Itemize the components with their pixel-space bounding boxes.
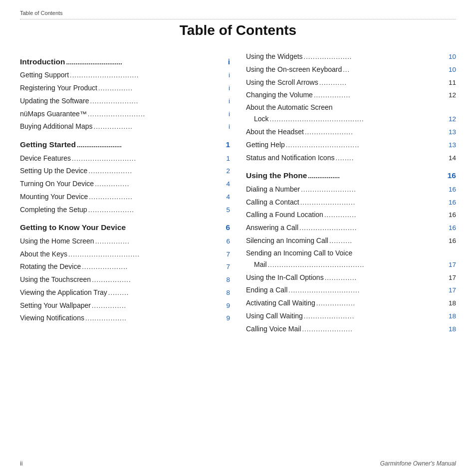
toc-ending-call: Ending a Call ..........................… [246,284,456,297]
footer: ii Garminfone Owner's Manual [20,460,456,467]
toc-answering: Answering a Call .......................… [246,222,456,235]
toc-widgets: Using the Widgets ..................... … [246,50,456,63]
toc-setting-up: Setting Up the Device ..................… [20,165,230,178]
right-column: Using the Widgets ..................... … [246,50,456,335]
footer-title: Garminfone Owner's Manual [380,460,456,467]
main-title: Table of Contents [20,22,456,38]
toc-rotating: Rotating the Device ....................… [20,260,230,273]
toc-getting-support: Getting Support ........................… [20,69,230,82]
two-column-layout: Introduction ...........................… [20,50,456,335]
toc-status-icons: Status and Notification Icons ........ 1… [246,152,456,165]
toc-registering: Registering Your Product ...............… [20,82,230,95]
toc-dialing: Dialing a Number .......................… [246,183,456,196]
toc-getting-help: Getting Help ...........................… [246,139,456,152]
toc-touchscreen: Using the Touchscreen ................. … [20,273,230,286]
toc-turning-on: Turning On Your Device ............... 4 [20,178,230,191]
toc-completing-setup: Completing the Setup ...................… [20,204,230,217]
toc-home-screen: Using the Home Screen ............... 6 [20,235,230,248]
page: Table of Contents Table of Contents Intr… [0,0,476,476]
toc-numaps: nüMaps Guarantee™ ......................… [20,108,230,121]
footer-page-number: ii [20,460,22,467]
toc-onscreen-keyboard: Using the On-screen Keyboard ... 10 [246,63,456,76]
toc-calling-contact: Calling a Contact ......................… [246,196,456,209]
section-using-phone: Using the Phone ................. 16 [246,168,456,183]
toc-wallpaper: Setting Your Wallpaper ............... 9 [20,299,230,312]
toc-app-tray: Viewing the Application Tray ......... 8 [20,286,230,299]
toc-voice-mail-send: Sending an Incoming Call to Voice Mail .… [246,247,456,271]
toc-about-keys: About the Keys .........................… [20,248,230,261]
toc-notifications: Viewing Notifications ..................… [20,312,230,325]
toc-silencing: Silencing an Incoming Call .......... 16 [246,235,456,247]
toc-in-call-options: Using the In-Call Options ..............… [246,271,456,284]
toc-calling-location: Calling a Found Location .............. … [246,209,456,222]
toc-updating: Updating the Software ..................… [20,95,230,108]
toc-scroll-arrows: Using the Scroll Arrows ............ 11 [246,76,456,89]
section-getting-to-know: Getting to Know Your Device 6 [20,220,230,235]
toc-mounting: Mounting Your Device ...................… [20,191,230,204]
section-introduction: Introduction ...........................… [20,54,230,69]
left-column: Introduction ...........................… [20,50,230,335]
toc-headset: About the Headset ..................... … [246,126,456,139]
toc-calling-voicemail: Calling Voice Mail .....................… [246,323,456,336]
toc-volume: Changing the Volume ................ 12 [246,89,456,102]
top-label: Table of Contents [20,10,456,19]
section-label: Introduction [20,54,65,69]
section-getting-started: Getting Started ........................… [20,137,230,152]
toc-screen-lock: About the Automatic Screen Lock ........… [246,102,456,126]
toc-call-waiting-use: Using Call Waiting .....................… [246,310,456,323]
toc-call-waiting-activate: Activating Call Waiting ................… [246,297,456,310]
toc-device-features: Device Features ........................… [20,152,230,165]
toc-buying-maps: Buying Additional Maps .................… [20,120,230,133]
